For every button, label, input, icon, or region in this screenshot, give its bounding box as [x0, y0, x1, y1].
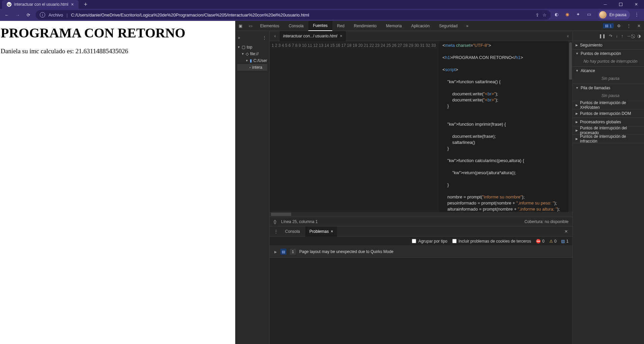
step-icon[interactable]: → — [626, 34, 631, 38]
url-path: C:/Users/danie/OneDrive/Escritorio/Logic… — [71, 12, 309, 18]
tab-fuentes[interactable]: Fuentes — [308, 21, 332, 31]
warning-count-icon: ⚠ — [549, 239, 553, 244]
braces-icon[interactable]: {} — [274, 219, 276, 224]
group-by-type-checkbox[interactable]: Agrupar por tipo — [412, 239, 447, 244]
more-tabs-icon[interactable]: » — [462, 21, 472, 31]
section-alcance[interactable]: ▼Alcance — [573, 67, 644, 75]
nav-kebab-icon[interactable]: ⋮ — [263, 35, 267, 40]
section-csp-breakpoints[interactable]: ▶Puntos de interrupción de infracción — [573, 135, 644, 143]
drawer-tab-consola[interactable]: Consola — [281, 226, 304, 237]
tab-elementos[interactable]: Elementos — [255, 21, 284, 31]
cursor-position: Línea 25, columna 1 — [281, 219, 318, 224]
drawer-tab-problemas[interactable]: Problemas × — [305, 226, 337, 237]
editor-scrollbar-vertical[interactable] — [569, 41, 573, 212]
step-over-icon[interactable]: ↷ — [609, 34, 612, 38]
devtools-tabstrip: ▣ ▭ Elementos Consola Fuentes Red Rendim… — [235, 21, 644, 31]
editor-status-bar: {} Línea 25, columna 1 Cobertura: no dis… — [270, 217, 573, 226]
step-into-icon[interactable]: ↓ — [616, 34, 618, 38]
editor-filetabs: ⫞ interactuar con...l usuario.html × ⫞ — [270, 31, 573, 41]
pause-icon[interactable]: ❚❚ — [599, 34, 606, 38]
rendered-page: PROGRAMA CON RETORNO Daniela su imc calc… — [0, 21, 235, 344]
editor-filetab[interactable]: interactuar con...l usuario.html × — [280, 31, 346, 41]
globe-icon — [7, 2, 11, 7]
extensions-puzzle-icon[interactable]: ✦ — [576, 12, 582, 18]
drawer-kebab-icon[interactable]: ⋮ — [272, 229, 280, 234]
section-callstack[interactable]: ▼Pila de llamadas — [573, 84, 644, 92]
close-filetab-icon[interactable]: × — [340, 34, 342, 38]
devtools-settings-icon[interactable]: ⚙ — [614, 21, 624, 31]
section-seguimiento[interactable]: ▶Seguimiento — [573, 41, 644, 49]
drawer-issue-row[interactable]: ▶ ▤ 1 Page layout may be unexpected due … — [270, 246, 573, 258]
include-cookie-issues-checkbox[interactable]: Incluir problemas de cookies de terceros — [452, 239, 531, 244]
page-heading: PROGRAMA CON RETORNO — [1, 25, 235, 41]
tab-aplicacion[interactable]: Aplicación — [406, 21, 434, 31]
tab-memoria[interactable]: Memoria — [381, 21, 406, 31]
expand-arrow-icon[interactable]: ▶ — [274, 250, 277, 254]
tab-red[interactable]: Red — [332, 21, 349, 31]
kebab-menu-icon[interactable]: ⋮ — [635, 12, 641, 18]
section-global-listeners[interactable]: ▶Procesadores globales — [573, 118, 644, 126]
device-toggle-icon[interactable]: ▭ — [245, 21, 255, 31]
address-bar[interactable]: i Archivo | C:/Users/danie/OneDrive/Escr… — [36, 10, 551, 20]
section-event-listener-breakpoints[interactable]: ▶Puntos de interrupción del procesado — [573, 126, 644, 134]
info-icon[interactable]: i — [40, 12, 45, 18]
issue-count-badge: 1 — [290, 249, 296, 255]
devtools-close-icon[interactable]: ✕ — [634, 21, 644, 31]
tree-file-scheme[interactable]: ▼ ◇ file:// — [237, 51, 267, 57]
tab-rendimiento[interactable]: Rendimiento — [349, 21, 381, 31]
close-tab-icon[interactable]: × — [71, 2, 74, 7]
browser-toolbar: ← → ⟳ i Archivo | C:/Users/danie/OneDriv… — [0, 9, 644, 21]
callstack-empty-label: Sin pausa — [573, 92, 644, 101]
section-breakpoints[interactable]: ▼Puntos de interrupción — [573, 50, 644, 58]
drawer-close-icon[interactable]: ✕ — [562, 229, 570, 234]
no-breakpoints-label: No hay puntos de interrupción — [573, 58, 644, 66]
issues-badge[interactable]: ▤ 1 — [603, 23, 614, 28]
reload-button[interactable]: ⟳ — [25, 11, 32, 18]
profile-chip[interactable]: En pausa — [598, 10, 630, 20]
pause-on-exceptions-icon[interactable]: ◑ — [637, 34, 641, 38]
browser-tab[interactable]: interactuar con el usuario.html × — [2, 0, 79, 9]
editor-more-icon[interactable]: ⫞ — [562, 31, 573, 41]
issue-message: Page layout may be unexpected due to Qui… — [299, 249, 394, 254]
extension-icon-1[interactable]: ◐ — [555, 12, 561, 18]
section-dom-breakpoints[interactable]: ▶Puntos de interrupción DOM — [573, 110, 644, 118]
tree-folder[interactable]: ▼ ▮ C:/User — [237, 57, 267, 64]
forward-button[interactable]: → — [14, 11, 21, 18]
extension-icon-2[interactable]: ◉ — [565, 12, 572, 18]
tab-title: interactuar con el usuario.html — [14, 2, 68, 7]
tab-seguridad[interactable]: Seguridad — [434, 21, 462, 31]
show-navigator-icon[interactable]: ⫞ — [270, 31, 280, 41]
tab-consola[interactable]: Consola — [284, 21, 308, 31]
sidepanel-icon[interactable]: ▭ — [587, 12, 593, 18]
close-drawer-tab-icon[interactable]: × — [331, 229, 333, 234]
issue-badge: ▤ — [280, 249, 286, 255]
new-tab-button[interactable]: + — [81, 0, 90, 9]
back-button[interactable]: ← — [3, 11, 10, 18]
tree-top[interactable]: ▼ ▢ top — [237, 44, 267, 51]
devtools-kebab-icon[interactable]: ⋮ — [624, 21, 634, 31]
console-drawer: ⋮ Consola Problemas × ✕ Agrupar por tipo… — [270, 226, 573, 344]
editor-filetab-label: interactuar con...l usuario.html — [283, 34, 337, 38]
editor-scrollbar-horizontal[interactable] — [270, 212, 573, 217]
error-count-icon: ⛔ — [536, 239, 541, 244]
avatar — [599, 11, 607, 19]
profile-label: En pausa — [609, 12, 626, 17]
code-editor[interactable]: 1 2 3 4 5 6 7 8 9 10 11 12 13 14 15 16 1… — [270, 41, 573, 212]
tree-file-selected[interactable]: ▫ intera — [237, 64, 267, 71]
browser-tabstrip: interactuar con el usuario.html × + ─ ✕ — [0, 0, 644, 9]
coverage-status: Cobertura: no disponible — [524, 219, 569, 224]
nav-more-icon[interactable]: » — [238, 35, 240, 40]
bookmark-icon[interactable]: ☆ — [543, 12, 547, 18]
window-close-button[interactable]: ✕ — [628, 0, 644, 9]
devtools-panel: ▣ ▭ Elementos Consola Fuentes Red Rendim… — [235, 21, 644, 344]
window-maximize-button[interactable] — [613, 0, 628, 9]
inspect-element-icon[interactable]: ▣ — [235, 21, 245, 31]
share-icon[interactable]: ⇪ — [535, 12, 539, 18]
section-xhr-breakpoints[interactable]: ▶Puntos de interrupción de XHR/obten — [573, 101, 644, 109]
debugger-sidebar: ❚❚ ↷ ↓ ↑ → ⃠ ◑ ▶Seguimiento ▼Puntos de i… — [573, 31, 644, 344]
alcance-empty-label: Sin pausa — [573, 75, 644, 84]
url-scheme-label: Archivo — [49, 12, 63, 18]
window-minimize-button[interactable]: ─ — [597, 0, 613, 9]
step-out-icon[interactable]: ↑ — [621, 34, 623, 38]
sources-navigator: » ⋮ ▼ ▢ top ▼ ◇ file:// ▼ ▮ C:/User ▫ in… — [235, 31, 270, 344]
